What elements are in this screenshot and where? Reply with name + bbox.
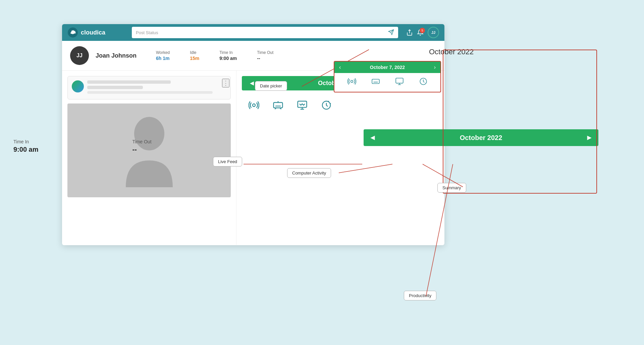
- date-picker-annotation-label: Date picker: [255, 81, 287, 91]
- content-area: ⋮ ◄ October 7, 2022 ►: [62, 71, 444, 245]
- post-avatar: [72, 80, 84, 92]
- month-bar-label: October 2022: [460, 134, 502, 142]
- tab-icons-row: [242, 97, 439, 113]
- worked-label: Worked: [156, 50, 170, 55]
- computer-activity-annotation-label: Computer Activity: [287, 168, 331, 178]
- time-in-label: Time In: [219, 50, 237, 55]
- date-picker-date-small: October 7, 2022: [370, 65, 405, 70]
- right-panel: ◄ October 7, 2022 ►: [236, 71, 444, 245]
- post-status-bar[interactable]: Post Status: [132, 27, 398, 38]
- send-icon[interactable]: [388, 29, 394, 36]
- user-name-block: Joan Johnson: [96, 52, 149, 59]
- post-content: [87, 80, 226, 95]
- post-title-bar-2: [87, 86, 143, 89]
- large-date-prev-button[interactable]: ◄: [249, 79, 255, 87]
- annotation-outer-rect: [443, 50, 597, 194]
- share-button[interactable]: [406, 29, 413, 36]
- svg-point-2: [72, 32, 73, 33]
- left-panel: ⋮: [62, 71, 236, 245]
- notification-badge: 5: [420, 28, 425, 33]
- idle-value: 15m: [190, 56, 199, 61]
- live-feed-annotation-label: Live Feed: [213, 157, 242, 166]
- full-time-in-label: Time In: [13, 139, 39, 144]
- productivity-annotation-label: Productivity: [404, 291, 436, 300]
- full-time-out-label: Time Out: [132, 139, 152, 144]
- cloudica-logo-icon: [67, 27, 78, 38]
- full-time-in-value: 9:00 am: [13, 146, 39, 153]
- keyboard-icon-small[interactable]: [371, 77, 380, 88]
- post-body-bar: [87, 91, 213, 94]
- full-time-out: Time Out --: [132, 139, 152, 153]
- summary-tab-button[interactable]: [297, 100, 308, 111]
- post-more-button[interactable]: ⋮: [222, 79, 229, 87]
- live-feed-icon-small[interactable]: [347, 77, 356, 88]
- header-bar: cloudica Post Status 5 JJ: [62, 24, 444, 41]
- time-out-stat: Time Out --: [257, 50, 273, 61]
- user-info-row: JJ Joan Johnson Worked 6h 1m Idle 15m Ti…: [62, 41, 444, 71]
- october-2022-header: October 2022: [429, 48, 474, 56]
- date-next-button-small[interactable]: ›: [434, 64, 436, 70]
- post-status-placeholder: Post Status: [136, 30, 158, 35]
- user-stats: Worked 6h 1m Idle 15m Time In 9:00 am Ti…: [156, 50, 436, 61]
- summary-annotation-label: Summary: [437, 183, 466, 193]
- full-time-out-value: --: [132, 146, 152, 153]
- month-bar-outer: ◄ October 2022 ►: [364, 129, 598, 146]
- user-avatar: JJ: [70, 46, 89, 65]
- worked-stat: Worked 6h 1m: [156, 50, 170, 61]
- time-in-stat: Time In 9:00 am: [219, 50, 237, 61]
- notification-button[interactable]: 5: [417, 29, 424, 36]
- date-picker-header: ‹ October 7, 2022 ›: [334, 62, 440, 73]
- date-picker-widget: ‹ October 7, 2022 ›: [334, 61, 441, 92]
- svg-rect-4: [372, 79, 379, 84]
- user-name: Joan Johnson: [96, 52, 149, 59]
- clock-icon-small[interactable]: [419, 77, 428, 88]
- worked-value: 6h 1m: [156, 56, 170, 61]
- month-next-button[interactable]: ►: [586, 133, 593, 142]
- svg-point-3: [351, 80, 353, 83]
- date-prev-button-small[interactable]: ‹: [339, 64, 341, 70]
- user-avatar-button[interactable]: JJ: [428, 27, 439, 38]
- month-prev-button[interactable]: ◄: [369, 133, 376, 142]
- logo-text: cloudica: [81, 29, 105, 36]
- computer-activity-tab-button[interactable]: [273, 100, 283, 111]
- time-in-value: 9:00 am: [219, 56, 237, 61]
- idle-stat: Idle 15m: [190, 50, 199, 61]
- idle-label: Idle: [190, 50, 199, 55]
- time-out-label: Time Out: [257, 50, 273, 55]
- full-time-info-section: Time In 9:00 am Time Out --: [13, 139, 152, 153]
- live-feed-tab-button[interactable]: [249, 100, 259, 111]
- logo-area: cloudica: [67, 27, 128, 38]
- post-title-bar-1: [87, 80, 171, 84]
- post-card: ⋮: [67, 76, 231, 99]
- productivity-tab-button[interactable]: [321, 100, 332, 111]
- svg-rect-9: [274, 102, 283, 108]
- time-out-value: --: [257, 56, 273, 61]
- header-actions: 5 JJ: [406, 27, 439, 38]
- svg-point-8: [253, 104, 255, 107]
- monitor-icon-small[interactable]: [395, 77, 404, 88]
- full-time-in: Time In 9:00 am: [13, 139, 39, 153]
- date-picker-icons: [334, 73, 440, 92]
- svg-rect-5: [396, 78, 403, 83]
